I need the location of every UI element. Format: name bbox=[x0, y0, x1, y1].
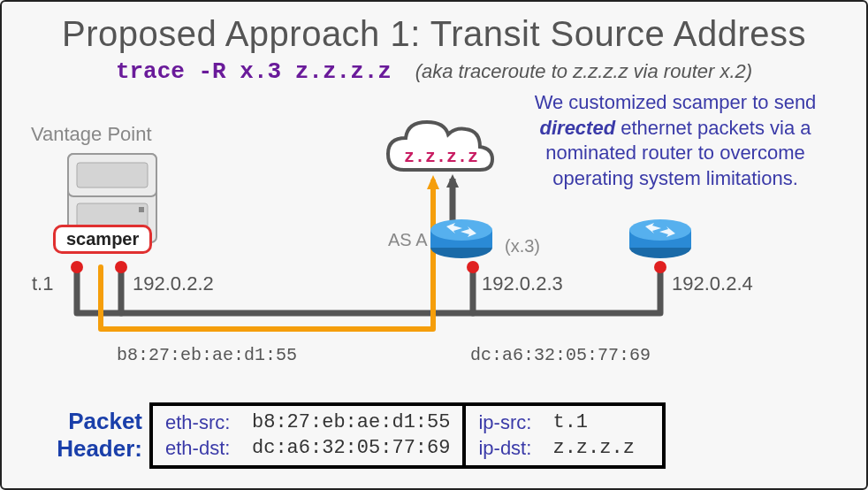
eth-dst-val: dc:a6:32:05:77:69 bbox=[252, 435, 450, 462]
svg-rect-12 bbox=[430, 230, 492, 248]
packet-header-row: PacketHeader: eth-src: b8:27:eb:ae:d1:55… bbox=[19, 402, 666, 469]
iface-src-mac: b8:27:eb:ae:d1:55 bbox=[117, 345, 297, 365]
svg-point-5 bbox=[654, 261, 666, 273]
explain-line-3: nominated router to overcome bbox=[545, 142, 805, 164]
svg-rect-15 bbox=[629, 230, 691, 248]
eth-dst-key: eth-dst: bbox=[165, 435, 252, 462]
explain-directed: directed bbox=[540, 117, 616, 139]
router-b-icon bbox=[629, 219, 691, 258]
svg-rect-7 bbox=[68, 154, 156, 196]
eth-src-key: eth-src: bbox=[165, 410, 252, 436]
packet-header-title: PacketHeader: bbox=[19, 408, 142, 463]
ip-dst-key: ip-dst: bbox=[478, 435, 552, 462]
svg-rect-8 bbox=[77, 163, 148, 188]
svg-rect-10 bbox=[139, 207, 144, 212]
ip-dst-val: z.z.z.z bbox=[552, 435, 650, 462]
scamper-label: scamper bbox=[53, 225, 152, 254]
svg-marker-1 bbox=[427, 175, 439, 189]
eth-src-val: b8:27:eb:ae:d1:55 bbox=[252, 410, 450, 436]
explanation-text: We customized scamper to send directed e… bbox=[499, 90, 852, 191]
explain-line-4: operating system limitations. bbox=[552, 167, 798, 189]
cloud-destination-label: z.z.z.z bbox=[404, 147, 478, 167]
explain-line-1: We customized scamper to send bbox=[535, 91, 817, 113]
packet-header-table: eth-src: b8:27:eb:ae:d1:55 eth-dst: dc:a… bbox=[149, 402, 666, 469]
svg-point-13 bbox=[430, 219, 492, 241]
slide-title: Proposed Approach 1: Transit Source Addr… bbox=[2, 14, 866, 54]
svg-point-16 bbox=[629, 219, 691, 241]
iface-r1-mac: dc:a6:32:05:77:69 bbox=[470, 345, 651, 365]
slide-subtitle: trace -R x.3 z.z.z.z (aka traceroute to … bbox=[2, 58, 866, 85]
iface-t1-ip: t.1 bbox=[32, 272, 53, 295]
svg-point-14 bbox=[629, 237, 691, 258]
svg-point-11 bbox=[430, 237, 492, 258]
explain-line-2b: ethernet packets via a bbox=[615, 117, 811, 139]
x3-label: (x.3) bbox=[505, 236, 540, 256]
ip-src-val: t.1 bbox=[552, 410, 650, 436]
as-a-label: AS A bbox=[388, 230, 427, 250]
svg-point-3 bbox=[115, 261, 127, 273]
trace-command: trace -R x.3 z.z.z.z bbox=[116, 58, 392, 85]
vantage-point-label: Vantage Point bbox=[31, 123, 152, 146]
svg-marker-0 bbox=[446, 174, 459, 188]
svg-point-2 bbox=[71, 261, 83, 273]
router-a-icon bbox=[430, 219, 492, 258]
svg-point-4 bbox=[467, 261, 479, 273]
iface-r2-ip: 192.0.2.4 bbox=[672, 272, 753, 295]
iface-src-ip: 192.0.2.2 bbox=[133, 272, 214, 295]
ip-src-key: ip-src: bbox=[478, 410, 552, 436]
trace-explain: (aka traceroute to z.z.z.z via router x.… bbox=[415, 60, 752, 82]
iface-r1-ip: 192.0.2.3 bbox=[482, 272, 563, 295]
